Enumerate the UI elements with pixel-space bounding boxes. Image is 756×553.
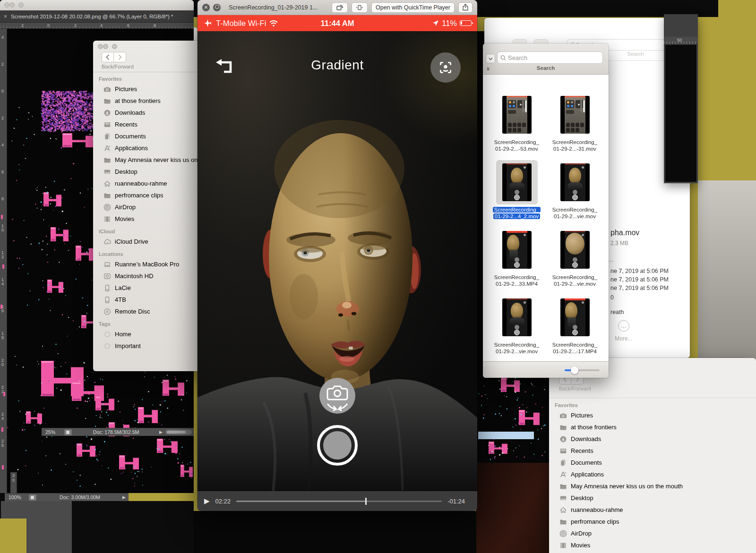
file-item-7[interactable]: ScreenRecording_01-29-2...vie.mov (488, 295, 546, 361)
sidebar-item-important[interactable]: Important (93, 340, 202, 352)
video-viewport[interactable]: Gradient (198, 31, 477, 491)
gradient-app-face-render (198, 31, 477, 491)
zoom-traffic-light[interactable] (112, 44, 117, 49)
sidebar-item-label: Important (115, 342, 141, 349)
camera-icon (103, 85, 112, 93)
sidebar-item-may-amnesia-never-kiss-us-on-the-mouth[interactable]: May Amnesia never kiss us on the mouth (93, 154, 202, 166)
sidebar-item-documents[interactable]: Documents (549, 457, 756, 468)
minimize-traffic-light[interactable] (9, 2, 15, 8)
photoshop-titlebar[interactable] (0, 0, 194, 10)
back-button[interactable] (102, 52, 114, 62)
file-item-6[interactable]: ScreenRecording_01-29-2...vie.mov (546, 228, 604, 295)
folder-icon (559, 424, 567, 431)
horizontal-scrollbar[interactable] (165, 430, 192, 434)
play-button[interactable]: ▶ (204, 497, 210, 505)
vertical-ruler: 4202468101214161820222426 (0, 29, 7, 493)
quicktime-titlebar[interactable]: ✕ ScreenRecording_01-29-2019 1... Open w… (198, 0, 477, 15)
open-with-quicktime-button[interactable]: Open with QuickTime Player (371, 2, 455, 13)
sidebar-item-lacie[interactable]: LaCie (93, 282, 202, 294)
sidebar-item-4tb[interactable]: 4TB (93, 294, 202, 306)
sidebar-item-ruanneabou-rahme[interactable]: ruanneabou-rahme (549, 504, 756, 516)
thumbnail[interactable] (554, 295, 596, 340)
file-item-4[interactable]: ScreenRecording_01-29-2...vie.mov (546, 160, 604, 228)
sidebar-item-perfromance-clips[interactable]: perfromance clips (93, 189, 202, 201)
sidebar-item-recents[interactable]: Recents (93, 119, 202, 130)
sidebar-item-movies[interactable]: Movies (93, 213, 202, 225)
sidebar-item-icloud-drive[interactable]: iCloud Drive (93, 236, 202, 247)
sidebar-item-at-those-frontiers[interactable]: at those frontiers (549, 421, 756, 433)
status-arrow-icon[interactable]: ▶ (120, 495, 129, 500)
file-item-2[interactable]: ▶ScreenRecording_01-29-2...-31.mov (546, 93, 604, 160)
thumbnail[interactable]: ▶ (554, 93, 596, 137)
sidebar-item-macintosh-hd[interactable]: Macintosh HD (93, 270, 202, 282)
photoshop-document-tab[interactable]: × Screenshot 2019-12-08 20.02.08.png @ 6… (0, 10, 194, 23)
sidebar-item-downloads[interactable]: Downloads (549, 433, 756, 445)
sidebar-item-airdrop[interactable]: AirDrop (549, 527, 756, 539)
back-forward-buttons[interactable] (102, 52, 134, 62)
close-icon[interactable]: ✕ (202, 4, 210, 11)
zoom-level[interactable]: 100% (5, 494, 25, 500)
file-date: ne 7, 2019 at 5:06 PM (610, 267, 669, 275)
slider-knob[interactable] (571, 366, 578, 374)
ruler-number: 4 (100, 23, 103, 28)
sidebar-item-applications[interactable]: Applications (93, 142, 202, 154)
icon-size-slider[interactable] (565, 369, 600, 371)
ruler-number: 50 (677, 38, 682, 43)
thumbnail[interactable] (496, 295, 538, 340)
sidebar-item-ruanne-s-macbook-pro[interactable]: Ruanne’s MacBook Pro (93, 258, 202, 270)
file-label: ScreenRecording_01-29-2...4_2.mov (493, 206, 541, 220)
zoom-traffic-light[interactable] (18, 2, 24, 8)
doc-size: Doc: 178.5M/302.5M (76, 429, 156, 435)
sidebar-item-desktop[interactable]: Desktop (549, 492, 756, 504)
file-date: ne 7, 2019 at 5:06 PM (610, 284, 669, 292)
status-arrow-icon[interactable]: ▶ (156, 430, 165, 434)
file-item-8[interactable]: ScreenRecording_01-29-2...-17.MP4 (546, 295, 604, 361)
sidebar-item-home[interactable]: Home (93, 328, 202, 340)
file-item-1[interactable]: ▶ScreenRecording_01-29-2...-53.mov (488, 93, 546, 160)
sidebar-item-pictures[interactable]: Pictures (549, 409, 756, 421)
search-input[interactable] (508, 54, 600, 61)
rotate-button[interactable] (332, 2, 348, 13)
sidebar-item-downloads[interactable]: Downloads (93, 107, 202, 119)
documents-icon (103, 133, 112, 140)
sidebar-item-applications[interactable]: Applications (549, 468, 756, 480)
clear-icon[interactable] (213, 4, 221, 11)
thumbnail[interactable] (496, 228, 538, 272)
sidebar-item-label: Documents (115, 133, 146, 140)
progress-bar[interactable] (236, 501, 442, 502)
share-button[interactable] (458, 2, 472, 13)
hdd-icon (103, 272, 112, 280)
search-field[interactable] (497, 51, 603, 64)
minimize-traffic-light[interactable] (103, 44, 108, 49)
close-tab-icon[interactable]: × (4, 13, 7, 20)
device-frame-button[interactable] (352, 2, 368, 13)
sidebar-item-desktop[interactable]: Desktop (93, 166, 202, 178)
sidebar-item-may-amnesia-never-kiss-us-on-the-mouth[interactable]: May Amnesia never kiss us on the mouth (549, 480, 756, 492)
playhead[interactable] (365, 498, 367, 505)
file-item-3[interactable]: ScreenRecording_01-29-2...4_2.mov (488, 160, 546, 228)
doc-size: Doc: 3.00M/3.00M (40, 494, 120, 500)
thumbnail[interactable] (554, 160, 596, 204)
close-traffic-light[interactable] (4, 2, 9, 8)
zoom-level[interactable]: 25% (42, 429, 60, 435)
close-traffic-light[interactable] (98, 44, 103, 49)
sidebar-item-documents[interactable]: Documents (93, 130, 202, 142)
sidebar-item-ruanneabou-rahme[interactable]: ruanneabou-rahme (93, 178, 202, 189)
thumbnail[interactable]: ▶ (496, 93, 538, 137)
selected-thumbnail[interactable] (496, 160, 538, 204)
more-icon[interactable]: … (618, 320, 629, 332)
more-label[interactable]: More... (606, 335, 641, 342)
file-item-5[interactable]: ScreenRecording_01-29-2...33.MP4 (488, 228, 546, 295)
sidebar-item-movies[interactable]: Movies (549, 539, 756, 551)
sidebar-item-at-those-frontiers[interactable]: at those frontiers (93, 95, 202, 107)
finder-titlebar[interactable] (93, 41, 202, 50)
sidebar-item-perfromance-clips[interactable]: perfromance clips (549, 516, 756, 527)
sidebar-item-pictures[interactable]: Pictures (93, 83, 202, 95)
thumbnail[interactable] (554, 228, 596, 272)
glitch-speck (2, 465, 4, 469)
chevron-down-button[interactable] (486, 54, 495, 63)
sidebar-item-airdrop[interactable]: AirDrop (93, 201, 202, 213)
sidebar-item-remote-disc[interactable]: Remote Disc (93, 306, 202, 317)
forward-button[interactable] (114, 52, 126, 62)
sidebar-item-recents[interactable]: Recents (549, 445, 756, 457)
